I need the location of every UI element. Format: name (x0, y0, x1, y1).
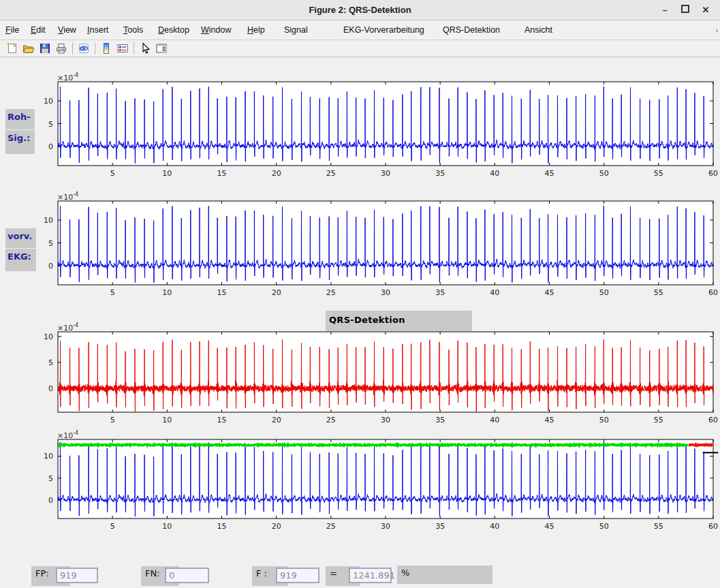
svg-text:0: 0 (48, 142, 53, 151)
svg-text:5: 5 (110, 169, 115, 178)
menu-item-desktop[interactable]: Desktop (158, 25, 189, 35)
detection-result-plot[interactable]: 510152025303540455055600510 (37, 429, 720, 531)
menu-item-view[interactable]: View (58, 25, 76, 35)
svg-text:5: 5 (110, 416, 115, 424)
svg-text:50: 50 (599, 169, 609, 178)
menu-item-window[interactable]: Window (201, 25, 231, 35)
toolbar-separator (95, 42, 95, 55)
svg-text:20: 20 (272, 522, 281, 531)
svg-text:40: 40 (490, 522, 499, 531)
svg-text:10: 10 (44, 97, 53, 106)
window-title: Figure 2: QRS-Detektion (0, 5, 720, 15)
maximize-icon (681, 5, 689, 13)
menu-item-insert[interactable]: Insert (87, 25, 108, 35)
svg-text:50: 50 (599, 522, 609, 531)
svg-text:55: 55 (654, 416, 663, 424)
menu-overflow-icon[interactable]: › (716, 27, 718, 34)
svg-text:10: 10 (162, 522, 172, 531)
svg-text:10: 10 (162, 169, 172, 178)
new-figure-icon[interactable] (4, 41, 20, 56)
svg-text:60: 60 (708, 288, 718, 297)
menu-item-help[interactable]: Help (247, 25, 265, 35)
svg-text:55: 55 (654, 169, 663, 178)
edit-plot-icon[interactable] (137, 41, 153, 56)
roh-label-chip: Roh- (5, 109, 35, 129)
svg-text:45: 45 (545, 522, 554, 531)
svg-text:20: 20 (272, 169, 281, 178)
figure-canvas: Roh- Sig.: vorv. EKG: ×10-4 ×10-4 ×10-4 … (0, 58, 720, 588)
svg-text:60: 60 (708, 416, 718, 424)
svg-text:20: 20 (272, 416, 281, 424)
raw-ecg-plot[interactable]: 510152025303540455055600510 (37, 71, 720, 178)
svg-text:15: 15 (217, 169, 227, 178)
f-field[interactable]: 919 (276, 568, 319, 583)
svg-text:45: 45 (545, 288, 554, 297)
svg-text:50: 50 (599, 416, 609, 424)
toolbar (0, 40, 720, 57)
svg-text:10: 10 (44, 332, 53, 341)
svg-text:10: 10 (162, 288, 172, 297)
insert-legend-icon[interactable] (114, 41, 131, 56)
close-button[interactable]: ✕ (695, 5, 716, 15)
show-plot-tools-icon[interactable] (153, 41, 170, 56)
svg-text:45: 45 (545, 169, 554, 178)
svg-text:15: 15 (217, 416, 227, 424)
preprocessed-ecg-plot[interactable]: 510152025303540455055600510 (37, 190, 720, 297)
vorv-label-chip: vorv. (5, 228, 36, 248)
svg-text:40: 40 (490, 169, 499, 178)
svg-text:30: 30 (381, 169, 390, 178)
svg-text:5: 5 (48, 239, 53, 248)
minimize-button[interactable]: – (655, 5, 675, 15)
percent-label: % (397, 566, 492, 584)
svg-text:15: 15 (217, 522, 227, 531)
svg-text:0: 0 (48, 262, 53, 270)
sig-label-chip: Sig.: (5, 130, 35, 154)
svg-text:20: 20 (272, 288, 281, 297)
menu-item-file[interactable]: File (5, 25, 19, 35)
ratio-field[interactable]: 1241.891 (349, 568, 392, 583)
title-bar: Figure 2: QRS-Detektion – ✕ (0, 0, 720, 20)
menu-item-edit[interactable]: Edit (31, 25, 46, 35)
svg-text:40: 40 (490, 416, 499, 424)
open-file-icon[interactable] (20, 41, 37, 56)
ekg-label-chip: EKG: (5, 249, 36, 271)
insert-colorbar-icon[interactable] (98, 41, 114, 56)
svg-text:5: 5 (48, 120, 53, 129)
svg-text:10: 10 (44, 216, 53, 225)
svg-text:60: 60 (708, 522, 718, 531)
fp-field[interactable]: 919 (56, 568, 98, 583)
menu-item-ekg-vorverarbeitung[interactable]: EKG-Vorverarbeitung (343, 25, 424, 35)
print-figure-icon[interactable] (53, 41, 69, 56)
svg-text:55: 55 (654, 522, 663, 531)
svg-text:55: 55 (654, 288, 663, 297)
svg-text:60: 60 (708, 169, 718, 178)
svg-text:10: 10 (44, 452, 53, 461)
svg-text:25: 25 (326, 416, 336, 424)
svg-text:35: 35 (435, 288, 445, 297)
svg-text:5: 5 (110, 288, 115, 297)
qrs-detection-plot[interactable]: 510152025303540455055600510 (37, 321, 720, 424)
svg-text:45: 45 (545, 416, 554, 424)
svg-text:25: 25 (326, 288, 336, 297)
window-controls: – ✕ (655, 0, 716, 20)
svg-text:35: 35 (435, 416, 445, 424)
svg-text:15: 15 (217, 288, 227, 297)
svg-text:35: 35 (435, 169, 445, 178)
menu-item-qrs-detektion[interactable]: QRS-Detektion (443, 25, 500, 35)
save-figure-icon[interactable] (37, 41, 53, 56)
svg-text:30: 30 (381, 416, 390, 424)
menu-item-ansicht[interactable]: Ansicht (525, 25, 552, 35)
svg-text:25: 25 (326, 522, 336, 531)
menu-item-tools[interactable]: Tools (123, 25, 143, 35)
maximize-button[interactable] (675, 5, 695, 15)
svg-text:35: 35 (435, 522, 445, 531)
menu-item-signal[interactable]: Signal (284, 25, 308, 35)
fn-field[interactable]: 0 (165, 568, 209, 583)
svg-text:30: 30 (381, 288, 390, 297)
menu-bar: › FileEditViewInsertToolsDesktopWindowHe… (0, 20, 720, 40)
svg-text:25: 25 (326, 169, 336, 178)
svg-text:5: 5 (48, 358, 53, 367)
svg-text:10: 10 (162, 416, 172, 424)
link-plot-icon[interactable] (76, 41, 92, 56)
svg-text:50: 50 (599, 288, 609, 297)
